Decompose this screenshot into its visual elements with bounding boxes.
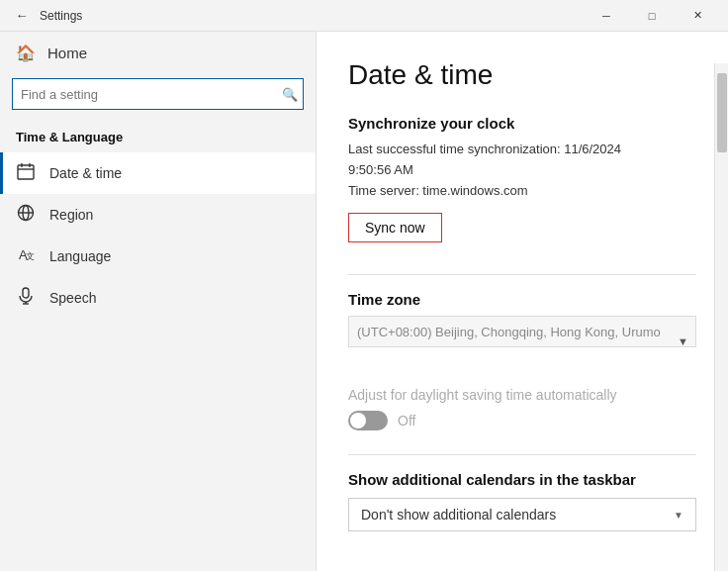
calendar-dropdown-container[interactable]: Don't show additional calendars ▼ <box>348 498 696 531</box>
titlebar-title: Settings <box>40 9 584 23</box>
divider-calendar <box>348 454 696 455</box>
home-icon: 🏠 <box>16 44 36 62</box>
sync-now-button[interactable]: Sync now <box>348 213 442 242</box>
back-button[interactable]: ← <box>8 2 36 30</box>
calendar-section-heading: Show additional calendars in the taskbar <box>348 471 696 488</box>
back-icon: ← <box>16 8 29 23</box>
sidebar-home-label: Home <box>47 45 87 61</box>
sidebar-item-date-time[interactable]: Date & time <box>0 152 316 194</box>
sidebar-item-region[interactable]: Region <box>0 194 316 236</box>
scrollbar-thumb[interactable] <box>717 73 727 152</box>
page-title: Date & time <box>348 59 696 91</box>
calendar-dropdown-value[interactable]: Don't show additional calendars ▼ <box>349 499 695 530</box>
date-time-icon <box>16 162 36 184</box>
titlebar: ← Settings ─ □ ✕ <box>0 0 728 32</box>
sidebar-item-label-language: Language <box>49 248 111 264</box>
daylight-label: Adjust for daylight saving time automati… <box>348 387 696 403</box>
language-icon: A 文 <box>16 245 36 267</box>
main-panel: Date & time Synchronize your clock Last … <box>317 32 728 571</box>
minimize-button[interactable]: ─ <box>584 0 629 32</box>
search-input[interactable] <box>12 78 304 110</box>
sidebar-item-label-date-time: Date & time <box>49 165 122 181</box>
speech-icon <box>16 287 36 309</box>
sidebar-item-language[interactable]: A 文 Language <box>0 236 316 277</box>
scrollbar-track <box>714 63 728 571</box>
main-content: Date & time Synchronize your clock Last … <box>317 32 728 571</box>
search-box: 🔍 <box>12 78 304 110</box>
app-body: 🏠 Home 🔍 Time & Language Date & time <box>0 32 728 571</box>
sync-last-line2: 9:50:56 AM <box>348 160 696 181</box>
sidebar-item-label-speech: Speech <box>49 290 96 306</box>
close-button[interactable]: ✕ <box>675 0 720 32</box>
sync-last-line1: Last successful time synchronization: 11… <box>348 140 696 160</box>
sidebar-section-title: Time & Language <box>0 122 316 152</box>
daylight-toggle-state: Off <box>398 413 415 428</box>
sync-heading: Synchronize your clock <box>348 115 696 132</box>
svg-text:文: 文 <box>26 251 35 261</box>
sidebar-item-home[interactable]: 🏠 Home <box>0 32 316 74</box>
timezone-heading: Time zone <box>348 291 696 308</box>
calendar-selected-value: Don't show additional calendars <box>361 507 556 523</box>
sidebar-item-speech[interactable]: Speech <box>0 277 316 319</box>
sync-info: Last successful time synchronization: 11… <box>348 140 696 201</box>
sync-server: Time server: time.windows.com <box>348 181 696 202</box>
divider-timezone <box>348 274 696 275</box>
sidebar-item-label-region: Region <box>49 207 93 223</box>
window-controls: ─ □ ✕ <box>584 0 720 32</box>
maximize-button[interactable]: □ <box>629 0 675 32</box>
sidebar: 🏠 Home 🔍 Time & Language Date & time <box>0 32 317 571</box>
search-icon: 🔍 <box>282 87 298 102</box>
region-icon <box>16 204 36 226</box>
svg-rect-9 <box>23 288 29 298</box>
calendar-chevron-icon: ▼ <box>674 510 683 521</box>
daylight-toggle[interactable] <box>348 411 388 430</box>
timezone-dropdown[interactable]: (UTC+08:00) Beijing, Chongqing, Hong Kon… <box>348 316 696 347</box>
daylight-toggle-row: Off <box>348 411 696 430</box>
svg-rect-0 <box>18 165 34 179</box>
